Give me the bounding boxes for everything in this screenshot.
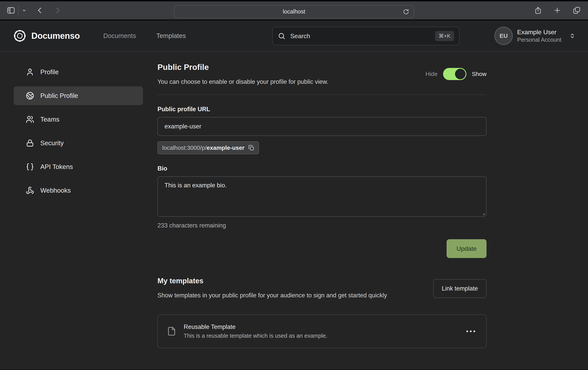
search-input[interactable] bbox=[290, 32, 435, 40]
forward-icon[interactable] bbox=[54, 6, 62, 14]
url-field-label: Public profile URL bbox=[158, 106, 486, 113]
toggle-show-label: Show bbox=[472, 71, 486, 77]
url-bar[interactable]: localhost bbox=[174, 5, 414, 18]
sidebar-item-label: Teams bbox=[40, 116, 59, 123]
browser-chrome: localhost bbox=[0, 0, 588, 21]
search-icon bbox=[278, 32, 286, 40]
resize-handle[interactable] bbox=[481, 211, 485, 216]
template-title: Reusable Template bbox=[184, 323, 327, 330]
bio-field-label: Bio bbox=[158, 165, 486, 172]
sidebar-item-label: Profile bbox=[40, 68, 59, 76]
sidebar-item-label: Webhooks bbox=[40, 187, 71, 194]
reload-icon[interactable] bbox=[403, 8, 409, 15]
page-description: You can choose to enable or disable your… bbox=[158, 78, 328, 85]
nav-templates[interactable]: Templates bbox=[156, 32, 186, 40]
copy-profile-url-button[interactable]: localhost:3000/p/example-user bbox=[158, 141, 259, 154]
globe-icon bbox=[26, 92, 34, 100]
sidebar-item-webhooks[interactable]: Webhooks bbox=[14, 181, 143, 200]
main-nav: Documents Templates bbox=[103, 32, 186, 40]
file-icon bbox=[167, 326, 176, 337]
avatar: EU bbox=[494, 27, 513, 45]
template-actions-menu[interactable] bbox=[464, 329, 477, 334]
public-profile-settings: Public Profile You can choose to enable … bbox=[158, 63, 486, 348]
copy-icon bbox=[248, 145, 254, 151]
url-text: localhost bbox=[283, 8, 305, 15]
profile-url-prefix: localhost:3000/p/ bbox=[162, 144, 207, 151]
template-description: This is a reusable template which is use… bbox=[184, 333, 327, 339]
profile-visibility-toggle-group: Hide Show bbox=[425, 68, 486, 80]
update-button[interactable]: Update bbox=[447, 239, 486, 258]
section-divider bbox=[158, 94, 486, 95]
chrome-dropdown-chevron-icon[interactable] bbox=[21, 8, 27, 13]
sidebar-item-profile[interactable]: Profile bbox=[14, 63, 143, 82]
webhook-icon bbox=[26, 186, 34, 195]
new-tab-icon[interactable] bbox=[553, 6, 561, 14]
chevrons-up-down-icon bbox=[569, 32, 576, 39]
settings-sidebar: Profile Public Profile Teams Security AP… bbox=[14, 63, 143, 205]
template-card: Reusable Template This is a reusable tem… bbox=[158, 314, 486, 348]
bio-textarea[interactable]: This is an example bio. bbox=[158, 176, 486, 217]
documenso-logo-icon bbox=[12, 29, 27, 43]
bio-char-count: 233 characters remaining bbox=[158, 222, 486, 229]
lock-icon bbox=[26, 139, 34, 147]
sidebar-toggle-icon[interactable] bbox=[6, 6, 16, 15]
back-icon[interactable] bbox=[36, 6, 44, 14]
page-title: Public Profile bbox=[158, 63, 328, 72]
sidebar-item-public-profile[interactable]: Public Profile bbox=[14, 86, 143, 105]
profile-visibility-toggle[interactable] bbox=[443, 68, 466, 80]
link-template-button[interactable]: Link template bbox=[433, 279, 486, 298]
user-account-type: Personal Account bbox=[517, 37, 561, 43]
content-area: Profile Public Profile Teams Security AP… bbox=[0, 51, 588, 370]
toggle-hide-label: Hide bbox=[425, 71, 438, 77]
search-box[interactable]: ⌘+K bbox=[272, 27, 460, 45]
user-menu[interactable]: EU Example User Personal Account bbox=[494, 21, 576, 51]
tab-overview-icon[interactable] bbox=[572, 6, 581, 15]
my-templates-description: Show templates in your public profile fo… bbox=[158, 290, 387, 300]
sidebar-item-teams[interactable]: Teams bbox=[14, 110, 143, 129]
nav-documents[interactable]: Documents bbox=[103, 32, 136, 40]
brand-name: Documenso bbox=[31, 31, 80, 41]
my-templates-title: My templates bbox=[158, 277, 387, 285]
sidebar-item-label: Public Profile bbox=[40, 92, 78, 99]
toggle-knob bbox=[455, 69, 466, 79]
sidebar-item-label: API Tokens bbox=[40, 163, 73, 171]
share-icon[interactable] bbox=[534, 6, 542, 15]
user-name: Example User bbox=[517, 29, 561, 36]
chrome-divider bbox=[18, 5, 18, 16]
app-header: Documenso Documents Templates ⌘+K EU Exa… bbox=[0, 21, 588, 51]
braces-icon bbox=[26, 163, 34, 171]
user-icon bbox=[26, 68, 34, 76]
sidebar-item-label: Security bbox=[40, 139, 64, 147]
sidebar-item-security[interactable]: Security bbox=[14, 134, 143, 153]
users-icon bbox=[26, 115, 34, 123]
search-shortcut-badge: ⌘+K bbox=[435, 31, 454, 41]
sidebar-item-api-tokens[interactable]: API Tokens bbox=[14, 157, 143, 176]
brand-logo[interactable]: Documenso bbox=[12, 29, 80, 43]
public-profile-url-input[interactable] bbox=[158, 117, 486, 136]
profile-url-slug: example-user bbox=[207, 144, 244, 151]
